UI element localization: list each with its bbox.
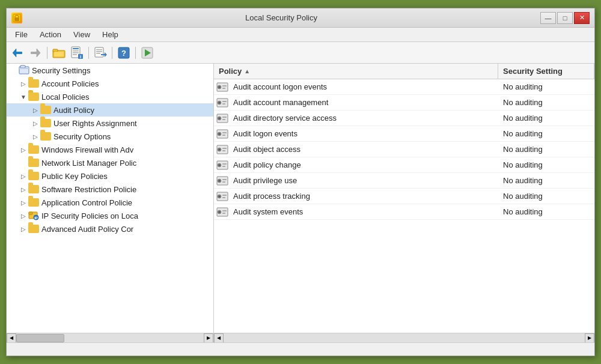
menu-view[interactable]: View <box>67 29 96 40</box>
tree-item-local-policies[interactable]: ▼ Local Policies <box>7 90 213 103</box>
svg-point-60 <box>219 164 221 166</box>
software-restriction-icon <box>28 184 39 195</box>
restore-button[interactable]: □ <box>557 12 573 24</box>
security-options-expand-icon: ▷ <box>31 132 40 141</box>
row-policy-icon <box>214 79 231 95</box>
properties-button[interactable]: i <box>69 45 85 61</box>
right-scroll-track[interactable] <box>224 333 585 343</box>
list-row[interactable]: Audit account logon events No auditing <box>214 79 594 95</box>
forward-button[interactable] <box>27 45 44 61</box>
row-policy-icon <box>214 157 231 173</box>
tree-item-network-list[interactable]: Network List Manager Polic <box>7 156 213 169</box>
svg-text:i: i <box>80 54 81 59</box>
windows-firewall-icon <box>28 144 39 155</box>
row-security-setting: No auditing <box>498 207 594 216</box>
tree-item-audit-policy[interactable]: ▷ Audit Policy <box>7 103 213 117</box>
row-policy-name: Audit account management <box>231 98 498 107</box>
export-button[interactable] <box>92 45 109 61</box>
list-row[interactable]: Audit object access No auditing <box>214 142 594 157</box>
help-button[interactable]: ? <box>115 45 132 61</box>
col-header-policy[interactable]: Policy ▲ <box>214 64 498 79</box>
left-scroll-left-btn[interactable]: ◀ <box>7 333 16 343</box>
play-button[interactable] <box>139 45 156 61</box>
list-row[interactable]: Audit logon events No auditing <box>214 126 594 142</box>
tree-item-security-options[interactable]: ▷ Security Options <box>7 130 213 143</box>
tree-item-windows-firewall[interactable]: ▷ Windows Firewall with Adv <box>7 143 213 156</box>
left-scroll-right-btn[interactable]: ▶ <box>204 333 213 343</box>
svg-point-40 <box>219 102 221 103</box>
svg-rect-10 <box>73 48 79 49</box>
toolbar-separator-4 <box>135 47 136 59</box>
svg-rect-7 <box>53 49 58 52</box>
svg-point-70 <box>219 195 221 197</box>
user-rights-label: User Rights Assignment <box>53 119 137 128</box>
tree-root[interactable]: Security Settings <box>7 64 213 77</box>
public-key-expand-icon: ▷ <box>19 171 28 181</box>
list-row[interactable]: Audit account management No auditing <box>214 95 594 111</box>
row-policy-name: Audit policy change <box>231 160 498 169</box>
advanced-audit-label: Advanced Audit Policy Cor <box>41 225 133 234</box>
list-row[interactable]: Audit policy change No auditing <box>214 157 594 173</box>
left-h-scrollbar[interactable]: ◀ ▶ <box>7 333 213 342</box>
list-row[interactable]: Audit system events No auditing <box>214 204 594 220</box>
window-controls: — □ ✕ <box>540 12 590 24</box>
advanced-audit-icon <box>28 223 39 234</box>
left-scroll-track[interactable] <box>16 333 204 343</box>
row-security-setting: No auditing <box>498 192 594 201</box>
user-rights-expand-icon: ▷ <box>31 118 40 128</box>
svg-rect-61 <box>222 163 227 165</box>
svg-rect-13 <box>73 54 77 55</box>
tree-area[interactable]: Security Settings ▷ Account Policies ▼ <box>7 64 213 333</box>
left-scroll-thumb[interactable] <box>16 334 64 342</box>
local-policies-expand-icon: ▼ <box>19 92 28 102</box>
row-policy-name: Audit logon events <box>231 129 498 138</box>
tree-item-software-restriction[interactable]: ▷ Software Restriction Policie <box>7 183 213 196</box>
svg-rect-62 <box>222 166 225 167</box>
software-restriction-label: Software Restriction Policie <box>41 185 136 194</box>
security-options-icon <box>40 131 51 142</box>
menu-file[interactable]: File <box>9 29 34 40</box>
svg-point-50 <box>219 133 221 135</box>
tree-item-advanced-audit[interactable]: ▷ Advanced Audit Policy Cor <box>7 222 213 235</box>
col-header-setting[interactable]: Security Setting <box>498 64 594 79</box>
tree-item-ip-security[interactable]: ▷ IP IP Security Policies on Loca <box>7 209 213 222</box>
row-policy-icon <box>214 204 231 220</box>
row-policy-name: Audit privilege use <box>231 176 498 185</box>
minimize-button[interactable]: — <box>540 12 556 24</box>
list-row[interactable]: Audit process tracking No auditing <box>214 189 594 204</box>
svg-rect-56 <box>222 148 227 149</box>
right-h-scrollbar[interactable]: ◀ ▶ <box>214 333 594 342</box>
tree-item-user-rights[interactable]: ▷ User Rights Assignment <box>7 117 213 130</box>
folder-button[interactable] <box>50 45 67 61</box>
menu-action[interactable]: Action <box>34 29 67 40</box>
public-key-label: Public Key Policies <box>41 172 108 181</box>
row-policy-icon <box>214 142 231 157</box>
local-policies-icon <box>28 91 39 102</box>
row-security-setting: No auditing <box>498 98 594 107</box>
svg-rect-57 <box>222 150 225 151</box>
back-button[interactable] <box>9 45 26 61</box>
tree-item-app-control[interactable]: ▷ Application Control Policie <box>7 196 213 209</box>
close-button[interactable]: ✕ <box>574 12 590 24</box>
svg-point-35 <box>219 86 221 88</box>
svg-rect-72 <box>222 197 225 198</box>
network-list-expand-icon <box>19 158 28 168</box>
list-row[interactable]: Audit privilege use No auditing <box>214 173 594 189</box>
audit-policy-expand-icon: ▷ <box>31 105 40 115</box>
row-security-setting: No auditing <box>498 82 594 91</box>
svg-rect-17 <box>96 49 102 50</box>
svg-rect-28 <box>19 68 29 69</box>
app-icon <box>11 13 22 23</box>
right-scroll-left-btn[interactable]: ◀ <box>214 333 224 343</box>
row-policy-icon <box>214 189 231 204</box>
ip-security-expand-icon: ▷ <box>19 211 28 220</box>
row-policy-name: Audit process tracking <box>231 192 498 201</box>
svg-rect-19 <box>96 53 100 54</box>
svg-point-65 <box>219 180 221 181</box>
list-area[interactable]: Audit account logon events No auditing A… <box>214 79 594 333</box>
list-row[interactable]: Audit directory service access No auditi… <box>214 111 594 126</box>
menu-help[interactable]: Help <box>96 29 124 40</box>
tree-item-public-key[interactable]: ▷ Public Key Policies <box>7 169 213 183</box>
tree-item-account-policies[interactable]: ▷ Account Policies <box>7 77 213 90</box>
right-scroll-right-btn[interactable]: ▶ <box>585 333 594 343</box>
